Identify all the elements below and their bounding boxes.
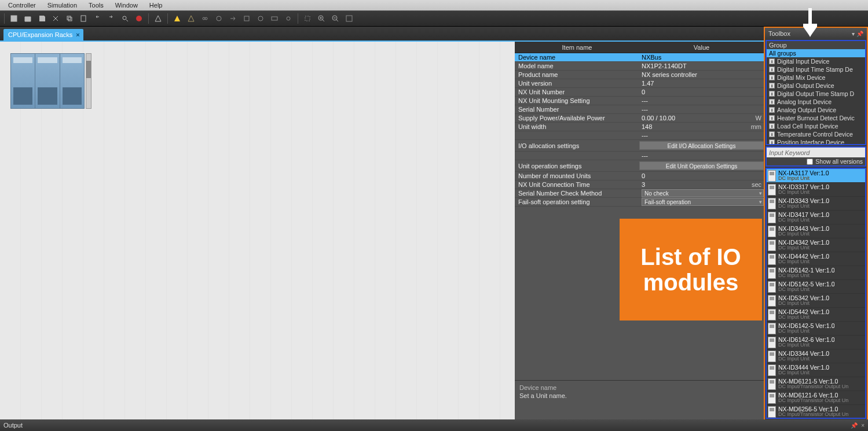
toolbar-button-paste[interactable] xyxy=(77,12,90,25)
toolbar-button-select[interactable] xyxy=(301,12,314,25)
group-item[interactable]: iLoad Cell Input Device xyxy=(767,122,865,130)
module-item[interactable]: NX-ID3343 Ver:1.0DC Input Unit xyxy=(767,197,865,211)
tab-cpu-expansion-racks[interactable]: CPU/Expansion Racks × xyxy=(3,29,83,40)
module-item[interactable]: NX-ID5142-5 Ver:1.0DC Input Unit xyxy=(767,280,865,294)
property-edit-button[interactable]: Edit Unit Operation Settings xyxy=(639,161,764,170)
module-item[interactable]: NX-ID6142-6 Ver:1.0DC Input Unit xyxy=(767,336,865,349)
property-select[interactable]: No check xyxy=(642,189,764,197)
module-item[interactable]: NX-ID3417 Ver:1.0DC Input Unit xyxy=(767,211,865,224)
property-row[interactable]: NX Unit Mounting Setting--- xyxy=(515,97,764,105)
toolbar-button-monitor[interactable] xyxy=(268,12,281,25)
keyword-input[interactable]: Input Keyword xyxy=(767,148,865,157)
group-item[interactable]: iDigital Input Time Stamp De xyxy=(767,65,865,73)
property-value[interactable]: Edit Unit Operation Settings xyxy=(639,161,764,170)
group-item[interactable]: iDigital Output Time Stamp D xyxy=(767,90,865,98)
toolbar-button-redo[interactable] xyxy=(105,12,118,25)
module-item[interactable]: NX-ID6142-5 Ver:1.0DC Input Unit xyxy=(767,322,865,336)
module-item[interactable]: NX-MD6256-5 Ver:1.0DC Input/Transistor O… xyxy=(767,405,865,419)
toolbar-button-zoom-in[interactable] xyxy=(315,12,328,25)
toolbar-button-copy[interactable] xyxy=(63,12,76,25)
output-pin-icon[interactable]: 📌 xyxy=(851,422,858,429)
scrollbar-thumb[interactable] xyxy=(86,61,91,78)
property-row[interactable]: --- xyxy=(515,152,764,160)
rack-slot[interactable] xyxy=(35,54,60,108)
module-item[interactable]: NX-ID3344 Ver:1.0DC Input Unit xyxy=(767,349,865,363)
property-row[interactable]: Unit version1.47 xyxy=(515,79,764,88)
property-row[interactable]: Product nameNX series controller xyxy=(515,71,764,79)
property-value[interactable]: Edit I/O Allocation Settings xyxy=(639,141,764,150)
toolbar-button-build[interactable] xyxy=(152,12,164,25)
group-item[interactable]: iHeater Burnout Detect Devic xyxy=(767,114,865,122)
property-value[interactable]: Fail-soft operation xyxy=(639,198,764,206)
property-row[interactable]: NX Unit Connection Time3sec xyxy=(515,180,764,189)
output-bar[interactable]: Output 📌 × xyxy=(0,419,868,431)
toolbar-button-undo[interactable] xyxy=(91,12,104,25)
toolbar-button-open[interactable] xyxy=(21,12,34,25)
toolbar-button-zoom-out[interactable] xyxy=(329,12,342,25)
rack-scrollbar[interactable] xyxy=(86,53,91,109)
module-item[interactable]: NX-ID4342 Ver:1.0DC Input Unit xyxy=(767,238,865,252)
close-icon[interactable]: × xyxy=(76,31,79,38)
group-item[interactable]: iDigital Output Device xyxy=(767,82,865,90)
toolbar-button-refresh[interactable] xyxy=(254,12,267,25)
toolbar-button-warning-2[interactable] xyxy=(185,12,197,25)
property-row[interactable]: Model nameNX1P2-1140DT xyxy=(515,62,764,71)
menu-controller[interactable]: Controller xyxy=(2,2,42,9)
module-item[interactable]: NX-ID5442 Ver:1.0DC Input Unit xyxy=(767,308,865,322)
group-item[interactable]: iTemperature Control Device xyxy=(767,130,865,138)
module-item[interactable]: NX-ID3444 Ver:1.0DC Input Unit xyxy=(767,363,865,377)
toolbar-button-online[interactable] xyxy=(240,12,253,25)
toolbar-button-warning[interactable] xyxy=(171,12,184,25)
module-item[interactable]: NX-ID5342 Ver:1.0DC Input Unit xyxy=(767,294,865,308)
property-row[interactable]: Unit operation settingsEdit Unit Operati… xyxy=(515,160,764,172)
group-item[interactable]: All groups xyxy=(767,49,865,57)
module-item[interactable]: NX-ID3443 Ver:1.0DC Input Unit xyxy=(767,224,865,238)
toolbar-button-zoom-fit[interactable] xyxy=(343,12,356,25)
show-all-versions-row[interactable]: Show all versions xyxy=(767,157,865,165)
property-row[interactable]: Serial Number--- xyxy=(515,105,764,114)
menu-simulation[interactable]: Simulation xyxy=(42,2,83,9)
toolbar-button-new[interactable] xyxy=(8,12,20,25)
output-close-icon[interactable]: × xyxy=(861,422,865,429)
property-row[interactable]: Device nameNXBus xyxy=(515,53,764,62)
cpu-rack-unit[interactable] xyxy=(10,53,85,109)
module-item[interactable]: NX-ID3317 Ver:1.0DC Input Unit xyxy=(767,183,865,197)
toolbar-button-link[interactable] xyxy=(199,12,211,25)
toolbar-button-stop[interactable] xyxy=(133,12,145,25)
property-row[interactable]: Number of mounted Units0 xyxy=(515,172,764,180)
pin-icon[interactable]: ▾ 📌 xyxy=(852,31,863,37)
toolbar-button-find[interactable] xyxy=(119,12,131,25)
group-item[interactable]: iDigital Mix Device xyxy=(767,73,865,82)
property-row[interactable]: Fail-soft operation settingFail-soft ope… xyxy=(515,198,764,207)
module-item[interactable]: NX-ID5142-1 Ver:1.0DC Input Unit xyxy=(767,266,865,280)
module-item[interactable]: NX-ID4442 Ver:1.0DC Input Unit xyxy=(767,252,865,266)
property-row[interactable]: NX Unit Number0 xyxy=(515,88,764,97)
show-all-versions-checkbox[interactable] xyxy=(807,159,813,165)
property-row[interactable]: --- xyxy=(515,131,764,140)
rack-slot[interactable] xyxy=(11,54,35,108)
toolbar-button-watch[interactable] xyxy=(282,12,295,25)
menu-help[interactable]: Help xyxy=(144,2,169,9)
module-item[interactable]: NX-MD6121-5 Ver:1.0DC Input/Transistor O… xyxy=(767,377,865,391)
rack-slot[interactable] xyxy=(60,54,84,108)
menu-window[interactable]: Window xyxy=(109,2,144,9)
group-item[interactable]: iPosition Interface Device xyxy=(767,138,865,144)
module-item[interactable]: NX-IA3117 Ver:1.0DC Input Unit xyxy=(767,169,865,183)
property-row[interactable]: Unit width148mm xyxy=(515,123,764,131)
group-item[interactable]: iDigital Input Device xyxy=(767,57,865,65)
toolbar-button-save[interactable] xyxy=(35,12,48,25)
toolbar-button-transfer[interactable] xyxy=(226,12,239,25)
toolbar-button-sync[interactable] xyxy=(213,12,225,25)
property-select[interactable]: Fail-soft operation xyxy=(642,198,764,206)
property-row[interactable]: Serial Number Check MethodNo check xyxy=(515,189,764,198)
menu-tools[interactable]: Tools xyxy=(83,2,109,9)
property-row[interactable]: Supply Power/Available Power0.00 / 10.00… xyxy=(515,114,764,123)
group-item[interactable]: iAnalog Input Device xyxy=(767,98,865,106)
property-edit-button[interactable]: Edit I/O Allocation Settings xyxy=(639,141,764,150)
property-value[interactable]: No check xyxy=(639,189,764,197)
toolbar-button-cut[interactable] xyxy=(49,12,62,25)
group-item[interactable]: iAnalog Output Device xyxy=(767,106,865,114)
rack-canvas[interactable] xyxy=(0,42,515,421)
property-row[interactable]: I/O allocation settingsEdit I/O Allocati… xyxy=(515,140,764,152)
module-item[interactable]: NX-MD6121-6 Ver:1.0DC Input/Transistor O… xyxy=(767,391,865,405)
